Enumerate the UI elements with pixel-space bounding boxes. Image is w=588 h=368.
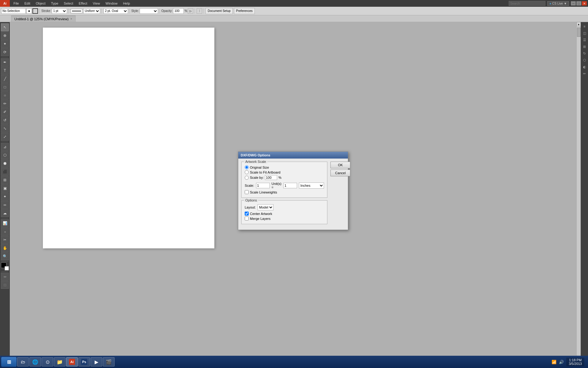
scale-by-input[interactable]	[265, 175, 277, 180]
tool-perspective[interactable]: ⬛	[1, 168, 9, 176]
dialog-titlebar[interactable]: DXF/DWG Options	[238, 152, 348, 159]
tool-zoom[interactable]: 🔍	[1, 252, 9, 260]
scroll-up-button[interactable]: ▲	[577, 22, 581, 26]
tool-symbol-spray[interactable]: ☁	[1, 209, 9, 217]
taskbar-illustrator[interactable]: Ai	[66, 357, 78, 366]
tool-color-swap[interactable]	[1, 263, 9, 270]
taskbar-filemanager[interactable]: 📁	[54, 357, 66, 366]
panel-properties-icon[interactable]: ☰	[582, 37, 588, 43]
panel-align-icon[interactable]: ⊞	[582, 44, 588, 50]
minimize-button[interactable]: ─	[571, 1, 576, 6]
units-value-input[interactable]	[283, 183, 297, 188]
menu-edit[interactable]: Edit	[22, 1, 33, 6]
menu-select[interactable]: Select	[61, 1, 76, 6]
menu-window[interactable]: Window	[103, 1, 120, 6]
scale-lineweights-checkbox[interactable]	[245, 190, 249, 194]
layout-select[interactable]: Model Paper	[258, 204, 273, 210]
canvas-area[interactable]: DXF/DWG Options Artwork Scale Original S…	[10, 22, 576, 359]
opacity-input[interactable]	[173, 8, 184, 14]
document-setup-button[interactable]: Document Setup	[205, 8, 233, 14]
units-select[interactable]: Inches Centimeters Millimeters Points Pi…	[299, 182, 324, 189]
tool-type[interactable]: T	[1, 67, 9, 75]
tool-gradient[interactable]: ▣	[1, 184, 9, 192]
cs-live-button[interactable]: ● CS Live ▼	[547, 1, 569, 6]
taskbar-clock[interactable]: 1:18 PM 3/5/2013	[566, 358, 584, 366]
taskbar-firefox[interactable]: 🌐	[29, 357, 41, 366]
ok-button[interactable]: OK	[330, 162, 350, 168]
tab-close-button[interactable]: ×	[70, 17, 72, 21]
tool-change-screen[interactable]: ▭	[1, 273, 9, 281]
tool-ellipse[interactable]: ○	[1, 91, 9, 99]
tool-pen[interactable]: ✒	[1, 58, 9, 66]
original-size-radio[interactable]	[245, 165, 249, 169]
tool-shape-builder[interactable]: ⬢	[1, 159, 9, 167]
stroke-color-btn[interactable]	[32, 8, 38, 14]
cancel-button[interactable]: Cancel	[330, 170, 350, 176]
tool-separator-2	[1, 142, 9, 142]
tool-artboard[interactable]: ⬦	[1, 228, 9, 236]
left-toolbox: ↖ ⊕ ✦ ⟳ ✒ T ╱ □ ○ ✏ ✐ ↺ ⤡ ⤢ ⊿ ⬡ ⬢ ⬛ ⊞ ▣ …	[0, 22, 10, 359]
tool-blend[interactable]: ∞	[1, 201, 9, 209]
taskbar-acrobat-icon: ▶	[93, 359, 100, 365]
tool-rotate[interactable]: ↺	[1, 116, 9, 124]
taskbar-chrome[interactable]: ⊙	[42, 357, 53, 366]
tool-magic-wand[interactable]: ✦	[1, 40, 9, 48]
tool-lasso[interactable]: ⟳	[1, 48, 9, 56]
tool-selection[interactable]: ↖	[1, 23, 9, 31]
tool-warp[interactable]: ⤢	[1, 133, 9, 141]
tool-eyedropper[interactable]: ✦	[1, 193, 9, 201]
tool-direct-select[interactable]: ⊕	[1, 32, 9, 40]
tool-free-transform[interactable]: ⬡	[1, 151, 9, 159]
tool-pencil[interactable]: ✐	[1, 108, 9, 116]
panel-brush-icon[interactable]: ✏	[582, 71, 588, 77]
scroll-thumb[interactable]	[577, 28, 581, 37]
menu-object[interactable]: Object	[33, 1, 48, 6]
panel-layers-icon[interactable]: ◫	[582, 30, 588, 36]
stroke-shape-select[interactable]: 2 pt. Oval	[104, 8, 128, 14]
menu-file[interactable]: File	[11, 1, 21, 6]
tool-column-graph[interactable]: 📊	[1, 219, 9, 227]
more-options-btn[interactable]: ⋮	[197, 8, 202, 14]
scale-to-fit-radio[interactable]	[245, 170, 249, 174]
preferences-button[interactable]: Preferences	[234, 8, 255, 14]
menu-help[interactable]: Help	[121, 1, 133, 6]
stroke-preview	[70, 9, 83, 13]
taskbar-media[interactable]: 🎬	[103, 357, 115, 366]
tool-width[interactable]: ⊿	[1, 143, 9, 151]
tool-mesh[interactable]: ⊞	[1, 176, 9, 184]
tool-draw-inside[interactable]: ⬚	[1, 281, 9, 289]
stroke-weight-select[interactable]: 1 pt	[52, 8, 67, 14]
merge-layers-checkbox[interactable]	[245, 217, 249, 220]
search-input[interactable]	[509, 1, 545, 6]
tool-rect[interactable]: □	[1, 83, 9, 91]
menu-view[interactable]: View	[90, 1, 103, 6]
menu-type[interactable]: Type	[49, 1, 61, 6]
selection-color-btn[interactable]: ■	[26, 8, 32, 14]
scale-input[interactable]	[256, 183, 270, 188]
opacity-btn[interactable]: ▷	[188, 8, 193, 14]
tool-line[interactable]: ╱	[1, 75, 9, 83]
tool-scale[interactable]: ⤡	[1, 125, 9, 132]
document-tab[interactable]: Untitled-1 @ 125% (CMYK/Preview) ×	[11, 16, 76, 22]
taskbar-explorer[interactable]: 🗁	[17, 357, 29, 366]
tool-slice[interactable]: ✂	[1, 236, 9, 244]
selection-input[interactable]	[1, 8, 26, 14]
dialog-body: Artwork Scale Original Size Scale to Fit…	[238, 159, 348, 230]
panel-transform-icon[interactable]: ↻	[582, 50, 588, 56]
stroke-type-select[interactable]: Uniform	[83, 8, 100, 14]
panel-collapse-icon[interactable]: ≡	[582, 23, 588, 29]
tool-brush[interactable]: ✏	[1, 100, 9, 108]
menu-effect[interactable]: Effect	[76, 1, 90, 6]
tool-hand[interactable]: ✋	[1, 244, 9, 252]
background-color[interactable]	[5, 266, 9, 270]
start-button[interactable]: ⊞	[1, 357, 17, 367]
style-select[interactable]	[140, 8, 158, 14]
panel-stroke-icon[interactable]: ◐	[582, 64, 588, 70]
maximize-button[interactable]: □	[576, 1, 581, 6]
taskbar-photoshop[interactable]: Ps	[78, 357, 90, 366]
center-artwork-checkbox[interactable]	[245, 212, 249, 216]
close-button[interactable]: ✕	[582, 1, 587, 6]
taskbar-acrobat[interactable]: ▶	[91, 357, 102, 366]
panel-pathfinder-icon[interactable]: ⬡	[582, 57, 588, 63]
scale-by-radio[interactable]	[245, 176, 249, 180]
